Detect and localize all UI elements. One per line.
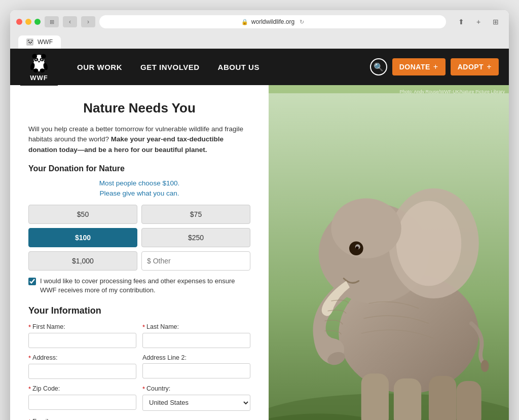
popular-line1: Most people choose $100. (28, 178, 250, 188)
address2-label-text: Address Line 2: (142, 354, 187, 361)
amount-100-button[interactable]: $100 (28, 228, 137, 247)
zip-field: * Zip Code: (28, 385, 136, 411)
last-name-field: * Last Name: (142, 323, 250, 348)
share-button[interactable]: ⬆ (454, 16, 468, 27)
zip-label: * Zip Code: (28, 385, 136, 393)
donation-panel: Nature Needs You Will you help create a … (10, 85, 269, 420)
amount-grid: $50 $75 $100 $250 $1,000 (28, 205, 250, 271)
svg-rect-27 (361, 373, 389, 420)
adopt-label: ADOPT (458, 63, 484, 71)
amount-250-button[interactable]: $250 (141, 228, 250, 247)
processing-fee-checkbox[interactable] (28, 278, 36, 285)
nav-right: 🔍 DONATE + ADOPT + (370, 58, 499, 75)
amount-other-input[interactable] (141, 251, 250, 271)
last-name-label: * Last Name: (142, 323, 250, 331)
nav-about-us[interactable]: ABOUT US (209, 63, 269, 71)
email-row: * Email: (28, 417, 250, 420)
svg-point-10 (38, 61, 41, 62)
browser-actions: ⬆ + ⊞ (454, 16, 503, 27)
country-field: * Country: United States (142, 385, 250, 411)
email-label: * Email: (28, 418, 250, 420)
last-name-label-text: Last Name: (146, 323, 179, 330)
adopt-button[interactable]: ADOPT + (451, 58, 499, 75)
tab-favicon: 🐼 (26, 39, 33, 46)
last-name-required: * (142, 323, 145, 331)
svg-point-35 (481, 360, 489, 372)
adopt-plus-icon: + (487, 62, 492, 71)
amount-1000-button[interactable]: $1,000 (28, 251, 137, 271)
address2-label: Address Line 2: (142, 354, 250, 361)
address-row: * Address: Address Line 2: (28, 354, 250, 379)
svg-point-25 (356, 246, 359, 249)
country-select[interactable]: United States (142, 395, 250, 411)
minimize-button[interactable] (25, 19, 31, 25)
donate-label: DONATE (399, 63, 430, 71)
tab-bar: 🐼 WWF (16, 32, 503, 49)
security-icon: 🔒 (241, 19, 248, 25)
new-tab-button[interactable]: + (471, 16, 486, 27)
image-panel: Photo: Andy Rouse/WWF-UK/Nature Picture … (269, 85, 509, 420)
email-field: * Email: (28, 417, 250, 420)
address-field: * Address: (28, 354, 136, 379)
url-text: worldwildlife.org (251, 18, 294, 25)
address-input[interactable] (28, 364, 136, 379)
processing-fee-row: I would like to cover processing fees an… (28, 277, 250, 295)
active-tab[interactable]: 🐼 WWF (18, 35, 61, 49)
svg-point-13 (33, 68, 39, 72)
donate-button[interactable]: DONATE + (392, 58, 446, 75)
address-bar[interactable]: 🔒 worldwildlife.org ↻ (99, 15, 446, 28)
svg-point-21 (396, 201, 461, 286)
browser-window: ⊞ ‹ › 🔒 worldwildlife.org ↻ ⬆ + ⊞ 🐼 WWF (10, 10, 509, 420)
zip-label-text: Zip Code: (32, 385, 60, 392)
svg-point-7 (36, 59, 37, 60)
donation-section-label: Your Donation for Nature (28, 164, 250, 173)
donation-subtitle: Will you help create a better tomorrow f… (28, 124, 250, 155)
first-name-label: * First Name: (28, 323, 136, 331)
processing-fee-label: I would like to cover processing fees an… (40, 277, 250, 295)
zip-country-row: * Zip Code: * Country: United States (28, 385, 250, 411)
svg-rect-28 (394, 378, 421, 420)
svg-rect-30 (456, 381, 481, 420)
forward-button[interactable]: › (81, 16, 95, 27)
traffic-lights (16, 19, 41, 25)
logo-block[interactable]: WWF (20, 49, 58, 86)
popular-line2: Please give what you can. (28, 188, 250, 199)
first-name-input[interactable] (28, 333, 136, 348)
elephant-background: Photo: Andy Rouse/WWF-UK/Nature Picture … (269, 85, 509, 420)
back-button[interactable]: ‹ (63, 16, 77, 27)
svg-rect-29 (429, 376, 456, 420)
donate-plus-icon: + (433, 62, 438, 71)
name-row: * First Name: * Last Name: (28, 323, 250, 348)
sidebar-toggle[interactable]: ⊞ (45, 16, 59, 27)
address-label: * Address: (28, 354, 136, 362)
last-name-input[interactable] (142, 333, 250, 348)
wwf-logo-text: WWF (30, 74, 48, 82)
donation-title: Nature Needs You (28, 100, 250, 116)
address2-input[interactable] (142, 363, 250, 378)
first-name-required: * (28, 323, 31, 331)
email-required: * (28, 418, 31, 420)
country-label: * Country: (142, 385, 250, 393)
zip-input[interactable] (28, 395, 136, 410)
nav-get-involved[interactable]: GET INVOLVED (131, 63, 209, 71)
address2-field: Address Line 2: (142, 354, 250, 379)
country-label-text: Country: (146, 385, 170, 392)
first-name-label-text: First Name: (32, 323, 65, 330)
first-name-field: * First Name: (28, 323, 136, 348)
maximize-button[interactable] (34, 19, 41, 25)
search-icon: 🔍 (374, 62, 384, 72)
search-button[interactable]: 🔍 (370, 58, 387, 75)
site-main: Nature Needs You Will you help create a … (10, 85, 509, 420)
email-label-text: Email: (32, 418, 50, 420)
amount-50-button[interactable]: $50 (28, 205, 137, 224)
elephant-illustration (269, 85, 509, 420)
nav-our-work[interactable]: OUR WORK (68, 63, 131, 71)
main-nav: OUR WORK GET INVOLVED ABOUT US (68, 63, 370, 71)
refresh-icon: ↻ (300, 19, 304, 25)
amount-75-button[interactable]: $75 (141, 205, 250, 224)
svg-point-14 (40, 68, 45, 72)
address-label-text: Address: (32, 354, 57, 361)
close-button[interactable] (16, 19, 22, 25)
country-required: * (142, 385, 145, 393)
grid-button[interactable]: ⊞ (489, 16, 503, 27)
